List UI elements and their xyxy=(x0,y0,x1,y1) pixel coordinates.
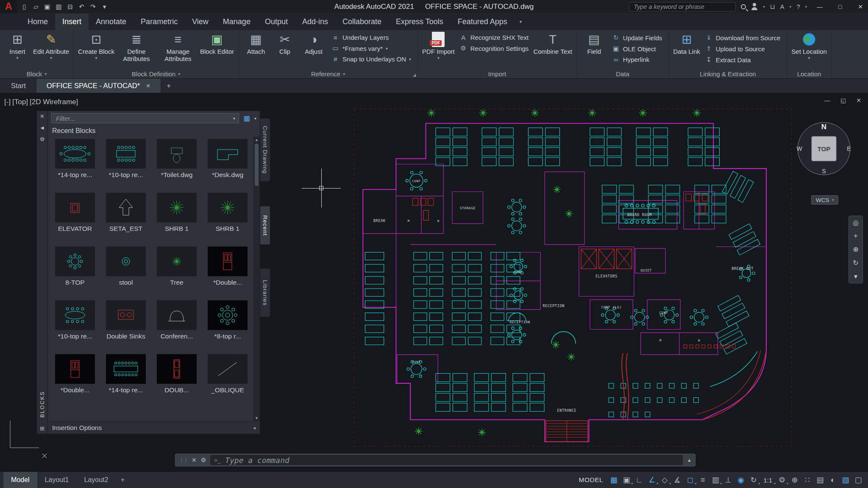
save-file-icon[interactable]: ▣ xyxy=(42,3,53,11)
apps-caret-icon[interactable]: ▾ xyxy=(790,5,792,9)
panel-label-block-definition[interactable]: Block Definition ▾ xyxy=(74,69,238,78)
viewcube-east[interactable]: E xyxy=(847,145,851,152)
drawing-restore-icon[interactable]: ◱ xyxy=(840,97,846,104)
combine-text-button[interactable]: T Combine Text xyxy=(532,31,573,69)
dropdown-caret-icon[interactable]: ▾ xyxy=(386,46,388,51)
conference-chair-thumbnail[interactable] xyxy=(157,300,197,330)
viewcube-north[interactable]: N xyxy=(821,123,826,131)
double-sinks-thumbnail[interactable] xyxy=(106,300,146,330)
block-item-8-top[interactable]: 8-TOP xyxy=(50,245,100,299)
drawing-minimize-icon[interactable]: — xyxy=(824,97,830,104)
hyperlink-button[interactable]: ∞ Hyperlink xyxy=(612,56,662,63)
snap-to-underlays-on-button[interactable]: # Snap to Underlays ON ▾ xyxy=(331,55,411,63)
long-table-14-thumbnail[interactable] xyxy=(106,354,146,384)
block-item-toilet-dwg[interactable]: *Toilet.dwg xyxy=(151,137,202,191)
visual-style-control[interactable]: [2D Wireframe] xyxy=(30,98,78,106)
autocad-logo-icon[interactable]: A xyxy=(0,0,17,13)
block-item-conferen[interactable]: Conferen... xyxy=(151,299,202,352)
drawing-area[interactable]: [-] [Top] [2D Wireframe] — ◱ ✕ CONFBREAK… xyxy=(0,93,868,471)
insertion-options-bar[interactable]: Insertion Options ◂ xyxy=(48,421,260,434)
adjust-button[interactable]: ◑ Adjust xyxy=(299,31,328,69)
ribbon-tab-manage[interactable]: Manage xyxy=(216,14,258,30)
block-item-double[interactable]: *Double... xyxy=(202,245,253,299)
redo-icon[interactable]: ↷ xyxy=(87,3,99,11)
search-icon[interactable] xyxy=(741,4,746,9)
dropdown-caret-icon[interactable]: ▾ xyxy=(16,55,18,60)
panel-label-reference[interactable]: Reference ▾ ◢ xyxy=(239,69,417,78)
isolate-objects-icon[interactable]: ◐ xyxy=(827,474,839,486)
help-search-box[interactable] xyxy=(629,2,736,11)
plot-icon[interactable]: ⊟ xyxy=(64,3,76,11)
command-input[interactable] xyxy=(224,455,679,465)
upload-to-source-button[interactable]: ⇑ Upload to Source xyxy=(705,45,781,53)
palette-anchor-icon[interactable]: ⊞ xyxy=(40,425,45,432)
ribbon-tab-add-ins[interactable]: Add-ins xyxy=(295,14,335,30)
snap-icon[interactable]: ▣▾ xyxy=(620,474,632,486)
dropdown-caret-icon[interactable]: ▾ xyxy=(50,55,52,60)
block-item-double-sinks[interactable]: Double Sinks xyxy=(100,299,151,352)
ribbon-tab-output[interactable]: Output xyxy=(258,14,295,30)
model-space-button[interactable]: MODEL xyxy=(579,476,604,484)
annotation-monitor-icon[interactable]: ⊕ xyxy=(789,474,801,486)
app-store-cart-icon[interactable]: ⊔ xyxy=(770,3,775,11)
table-8top-thumbnail[interactable] xyxy=(55,247,95,276)
maximize-button[interactable]: □ xyxy=(832,0,848,13)
download-from-source-button[interactable]: ⇓ Download from Source xyxy=(705,34,781,42)
palette-properties-icon[interactable]: ⚙ xyxy=(40,136,45,142)
double-door-thumbnail[interactable] xyxy=(208,247,248,276)
oblique-line-thumbnail[interactable] xyxy=(208,354,248,384)
annotation-visibility-icon[interactable]: ◉ xyxy=(735,474,747,486)
block-item-oblique[interactable]: _OBLIQUE xyxy=(202,352,253,406)
manage-attributes-button[interactable]: ≡ Manage Attributes xyxy=(157,31,199,69)
file-tab-start[interactable]: Start xyxy=(1,79,36,93)
tree-thumbnail[interactable] xyxy=(157,247,197,276)
object-snap-tracking-icon[interactable]: ∡ xyxy=(671,474,683,486)
data-link-button[interactable]: ⊞ Data Link xyxy=(672,31,701,69)
desk-thumbnail[interactable] xyxy=(208,139,248,169)
help-caret-icon[interactable]: ▾ xyxy=(805,5,807,9)
stool-thumbnail[interactable] xyxy=(106,247,146,276)
isometric-drafting-icon[interactable]: ◇▾ xyxy=(659,474,670,486)
ribbon-tab-view[interactable]: View xyxy=(185,14,216,30)
view-control[interactable]: [Top] xyxy=(12,98,28,106)
new-file-icon[interactable]: ▯ xyxy=(19,3,30,11)
units-icon[interactable]: ∷ xyxy=(801,474,813,486)
viewcube-south[interactable]: S xyxy=(822,168,826,175)
viewcube[interactable]: TOP N W E S xyxy=(787,111,861,186)
block-item-10-top-re[interactable]: *10-top re... xyxy=(100,137,151,191)
lineweight-icon[interactable]: ≡ xyxy=(697,474,709,486)
account-menu-caret-icon[interactable]: ▾ xyxy=(763,5,765,9)
palette-menu-caret-icon[interactable]: ▾ xyxy=(254,116,256,121)
scroll-thumb[interactable] xyxy=(255,144,259,186)
open-file-icon[interactable]: ▱ xyxy=(30,3,42,11)
block-item-seta-est[interactable]: SETA_EST xyxy=(100,191,151,245)
ribbon-tab-express-tools[interactable]: Express Tools xyxy=(389,14,451,30)
new-layout-icon[interactable]: + xyxy=(116,476,129,484)
palette-tab-current-drawing[interactable]: Current Drawing xyxy=(260,118,270,182)
ole-object-button[interactable]: ▣ OLE Object xyxy=(612,45,662,53)
polar-tracking-icon[interactable]: ∠▾ xyxy=(646,474,658,486)
block-item-10-top-re[interactable]: *10-top re... xyxy=(50,299,100,352)
elevator-thumbnail[interactable] xyxy=(55,193,95,222)
object-snap-icon[interactable]: ◻▾ xyxy=(684,474,696,486)
conference-table-14-thumbnail[interactable] xyxy=(55,139,95,169)
update-fields-button[interactable]: ↻ Update Fields xyxy=(612,34,662,42)
filter-input[interactable] xyxy=(55,114,233,122)
orbit-icon[interactable]: ↻ xyxy=(853,259,858,267)
palette-autohide-icon[interactable]: ◄ xyxy=(39,125,45,131)
panel-label-block[interactable]: Block ▾ xyxy=(0,69,73,78)
insertion-options-collapse-icon[interactable]: ◂ xyxy=(253,425,256,431)
toilet-thumbnail[interactable] xyxy=(157,139,197,169)
ribbon-tab-featured-apps[interactable]: Featured Apps xyxy=(451,14,515,30)
panel-label-import[interactable]: Import xyxy=(418,69,576,78)
viewcube-west[interactable]: W xyxy=(796,145,802,152)
command-customize-icon[interactable]: ⚙ xyxy=(201,457,206,463)
block-item-shrb-1[interactable]: SHRB 1 xyxy=(151,191,202,245)
dialog-launcher-icon[interactable]: ◢ xyxy=(413,73,416,77)
viewcube-top-face[interactable]: TOP xyxy=(818,145,831,152)
block-item-desk-dwg[interactable]: *Desk.dwg xyxy=(202,137,253,191)
dropdown-caret-icon[interactable]: ▾ xyxy=(437,55,440,60)
define-attributes-button[interactable]: ≣ Define Attributes xyxy=(116,31,157,69)
floor-plan[interactable]: CONFBREAKMWSTORAGEBOARD ROOMQUIETELEVATO… xyxy=(348,105,794,449)
create-block-button[interactable]: ⊡ Create Block ▾ xyxy=(77,31,116,69)
